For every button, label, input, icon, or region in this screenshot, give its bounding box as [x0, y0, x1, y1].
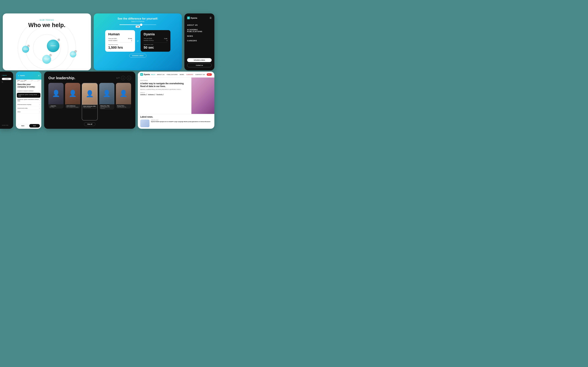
bubble-label-physicians: PHYSICIANS	[70, 54, 76, 55]
person-5-name: Teresa Fletc...	[117, 105, 130, 107]
form-hamburger-icon[interactable]: ☰	[38, 75, 40, 76]
form-option-healthcare-running[interactable]: Healthcare system running clinical trial…	[17, 93, 40, 98]
diff-card-human: Human Time per EMR: 30 min Human readers…	[105, 30, 135, 52]
person-2-silhouette: 👤	[65, 83, 80, 104]
bubble-pharma[interactable]: + PHARMA	[22, 46, 29, 53]
bubble-label-pharma: PHARMA	[23, 49, 28, 50]
news-logo: d Dyania HEALTH	[140, 73, 155, 76]
news-featured-section: FEATURED A better way to navigate the ov…	[138, 77, 214, 114]
person-5[interactable]: 👤 Teresa Fletc... Chief Business Off...	[116, 83, 131, 120]
form-header: d Dyania ☰	[16, 72, 41, 80]
person-4[interactable]: 👤 Weiqi Sun, PhD Vice President of AI Re…	[99, 83, 114, 120]
person-2[interactable]: 👤 Julie DeSimone Vice President of Produ…	[65, 83, 80, 120]
form-option-healthcare-interested[interactable]: Healthcare system interested in clinical…	[16, 98, 41, 103]
diff-title: See the difference for yourself:	[117, 17, 158, 20]
diff-slider-track[interactable]	[120, 25, 156, 25]
card-difference: See the difference for yourself: Select …	[94, 13, 182, 70]
nav-item-publications[interactable]: ACADEMIC PUBLICATIONS	[187, 29, 212, 33]
news-latest-section: Latest news. JUNE 09, 2023 Dyania Health…	[138, 114, 214, 129]
person-3-silhouette: 👤	[82, 83, 97, 104]
step-bar-2	[27, 81, 30, 81]
news-article-1[interactable]: JUNE 09, 2023 Dyania Health Synapsis AI …	[140, 120, 212, 127]
nav-hamburger-icon[interactable]: ☰	[210, 17, 212, 19]
news-nav-about[interactable]: ABOUT US	[157, 74, 164, 75]
form-option-academic-label: Academic research institution	[17, 90, 34, 92]
diff-dyania-gpus-row: Number of GPUs: 2	[144, 40, 167, 41]
bubble-plus-patients: +	[58, 39, 60, 41]
news-share-linkedin[interactable]: Linkedin ↗	[140, 94, 147, 95]
news-nav-news[interactable]: NEWS	[180, 74, 184, 75]
who-diagram: + PATIENTS + PHARMA + PHYSICIANS + HEALT…	[12, 31, 82, 65]
diff-human-emr-label: Time per EMR:	[108, 38, 117, 39]
person-4-title: Vice President of AI Research	[100, 107, 113, 109]
news-logo-health: HEALTH	[151, 74, 155, 75]
person-3[interactable]: 👤 Eirini Schlosser, MSc CEO & Founder	[82, 83, 97, 120]
news-share-facebook[interactable]: Facebook ↗	[156, 94, 164, 95]
leadership-cards: 👤 ...ropoulos, nce Close 👤 Julie DeSimon…	[48, 83, 131, 120]
form-option-other-arrow: ›	[39, 111, 40, 113]
diff-dyania-emr-row: Time per EMR: .5 sec	[144, 38, 167, 39]
leadership-title: Our leadership.	[48, 76, 75, 80]
nav-contact-button[interactable]: Contact us	[187, 63, 212, 67]
nav-item-news[interactable]: NEWS	[187, 35, 212, 37]
bubble-physicians[interactable]: + PHYSICIANS	[70, 51, 76, 58]
news-featured-text: FEATURED A better way to navigate the ov…	[138, 77, 191, 114]
person-1-name: ...ropoulos,	[50, 105, 62, 107]
person-5-info: Teresa Fletc... Chief Business Off...	[116, 104, 131, 108]
person-4-info: Weiqi Sun, PhD Vice President of AI Rese…	[99, 104, 114, 110]
news-article-date: JUNE 09, 2023	[151, 120, 210, 121]
person-1-photo: 👤	[48, 83, 64, 104]
form-option-healthcare-running-arrow: ›	[38, 95, 39, 96]
diff-human-readers-row: Human readers: 1	[108, 40, 132, 41]
person-1[interactable]: 👤 ...ropoulos, nce Close	[48, 83, 64, 120]
news-nav-bar: d Dyania HEALTH ABOUT US PUBLICATIONS NE…	[138, 72, 214, 77]
nav-buttons: Schedule a demo Contact us	[187, 58, 212, 67]
news-nav-contact[interactable]: CONTACT US	[195, 74, 205, 75]
nav-item-about[interactable]: ABOUT US	[187, 24, 212, 26]
form-option-other[interactable]: Other ›	[16, 110, 41, 114]
leadership-viewall-container: View all	[48, 122, 131, 126]
partial-brand: r Dyania.	[2, 75, 11, 76]
nav-item-careers[interactable]: CAREERS	[187, 40, 212, 42]
bubble-label-patients: PATIENTS	[51, 45, 56, 47]
diff-slider-container	[99, 25, 177, 25]
form-option-academic[interactable]: Academic research institution ›	[16, 89, 41, 93]
diff-human-readers-label: Human readers:	[108, 40, 118, 41]
news-featured-desc: Epicurus, a mythical library, and findin…	[140, 89, 189, 90]
news-share-instagram[interactable]: Instagram ↗	[148, 94, 155, 95]
diff-dyania-gpus-label: Number of GPUs:	[144, 40, 154, 41]
diff-human-readers-val: 1	[131, 40, 132, 41]
bubble-patients[interactable]: + PATIENTS	[47, 40, 60, 52]
diff-dyania-emr-label: Time per EMR:	[144, 38, 152, 39]
news-article-image	[140, 120, 149, 127]
form-logo-text: Dyania	[20, 75, 25, 76]
news-nav-cta-button[interactable]: Sc...	[207, 73, 212, 76]
news-share-links: Linkedin ↗ Instagram ↗ Facebook ↗	[140, 94, 189, 95]
leadership-viewall-button[interactable]: View all	[84, 122, 95, 126]
form-option-pharma[interactable]: Pharmaceutical company ›	[16, 103, 41, 106]
nav-logo: d Dyania	[187, 17, 197, 19]
card-navigation: d Dyania ☰ ABOUT US ACADEMIC PUBLICATION…	[184, 13, 214, 70]
form-option-government[interactable]: Government entity ›	[16, 106, 41, 110]
news-nav-publications[interactable]: PUBLICATIONS	[167, 74, 178, 75]
nav-demo-button[interactable]: Schedule a demo	[187, 58, 212, 62]
partial-demo-button[interactable]: e a demo	[2, 78, 11, 80]
news-article-title: Dyania Health Synapsis AI vs ChatGPT Lar…	[151, 121, 210, 123]
form-option-government-label: Government entity	[17, 108, 27, 109]
leadership-page: 1 / 7	[117, 77, 120, 79]
person-2-photo: 👤	[65, 83, 80, 104]
diff-human-emr-val: 30 min	[128, 38, 132, 39]
person-1-info: ...ropoulos, nce Close	[48, 104, 64, 108]
person-4-name: Weiqi Sun, PhD	[100, 105, 113, 107]
diff-demo-button[interactable]: Schedule a demo	[129, 54, 146, 58]
form-logo-icon: d	[18, 75, 20, 76]
form-option-government-arrow: ›	[39, 108, 40, 109]
form-back-button[interactable]: Back	[17, 124, 28, 127]
form-next-button[interactable]: Next	[29, 124, 40, 127]
bubble-healthcare[interactable]: + HEALTHCARESYSTEMS	[42, 55, 51, 64]
person-4-photo: 👤	[99, 83, 114, 104]
news-nav-careers[interactable]: CAREERS	[186, 74, 193, 75]
news-nav-links: ABOUT US PUBLICATIONS NEWS CAREERS CONTA…	[157, 74, 205, 75]
leadership-prev-button[interactable]: ‹	[121, 76, 125, 80]
leadership-next-button[interactable]: ›	[127, 76, 131, 80]
